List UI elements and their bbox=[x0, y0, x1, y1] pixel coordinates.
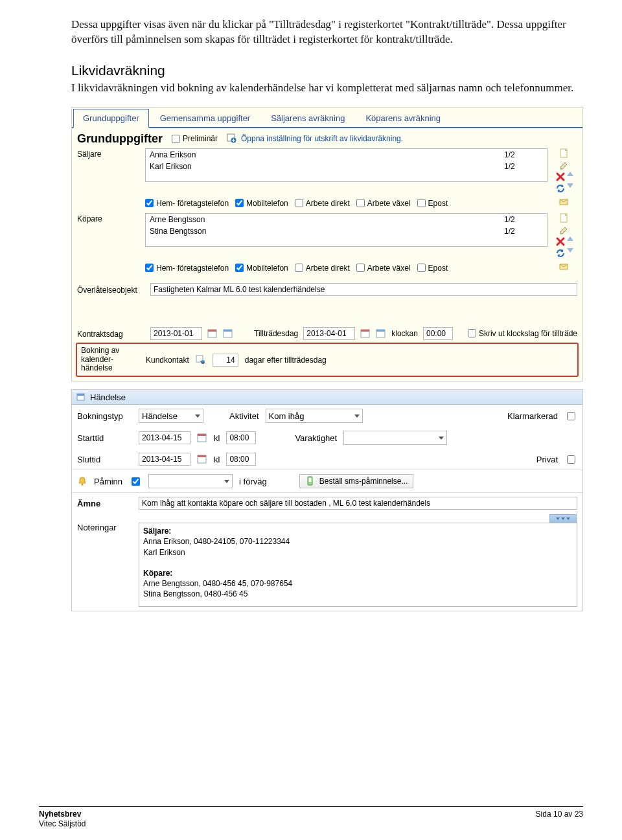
paminn-checkbox[interactable] bbox=[132, 477, 140, 486]
edit-icon[interactable] bbox=[559, 225, 570, 235]
svg-rect-7 bbox=[208, 330, 216, 332]
seller-label: Säljare bbox=[77, 148, 145, 159]
move-down-icon[interactable] bbox=[567, 248, 573, 253]
privat-label: Privat bbox=[536, 455, 558, 464]
phone-epost-checkbox[interactable]: Epost bbox=[417, 264, 448, 273]
sluttid-date-field[interactable] bbox=[139, 453, 190, 466]
delete-icon[interactable] bbox=[555, 236, 566, 247]
starttid-time-field[interactable] bbox=[226, 431, 256, 444]
refresh-icon[interactable] bbox=[555, 248, 566, 258]
noteringar-textarea[interactable]: Säljare: Anna Erikson, 0480-24105, 070-1… bbox=[139, 523, 577, 607]
i-forvag-label: i förväg bbox=[239, 477, 267, 486]
delete-icon[interactable] bbox=[555, 172, 566, 182]
move-up-icon[interactable] bbox=[567, 236, 573, 241]
dagar-field[interactable] bbox=[213, 354, 238, 367]
kontraktsdag-label: Kontraktsdag bbox=[77, 328, 145, 339]
likvidavrakning-panel: Grunduppgifter Gemensamma uppgifter Sälj… bbox=[71, 107, 583, 381]
sluttid-label: Sluttid bbox=[77, 455, 132, 464]
svg-rect-17 bbox=[77, 394, 84, 396]
refresh-icon[interactable] bbox=[555, 183, 566, 194]
bokningstyp-select[interactable]: Händelse bbox=[139, 409, 203, 423]
footer-subtitle: Vitec Säljstöd bbox=[39, 819, 86, 828]
svg-rect-13 bbox=[376, 330, 385, 332]
paminn-time-select[interactable] bbox=[148, 474, 233, 488]
move-down-icon[interactable] bbox=[567, 183, 573, 188]
tab-koparens[interactable]: Köparens avräkning bbox=[356, 109, 450, 127]
klockan-label: klockan bbox=[391, 329, 418, 338]
bell-icon bbox=[77, 476, 87, 486]
phone-mobil-checkbox[interactable]: Mobiltelefon bbox=[235, 264, 288, 273]
amne-label: Ämne bbox=[77, 499, 132, 508]
highlighted-bokning-region: Bokning av kalender-händelse Kundkontakt… bbox=[76, 343, 579, 377]
calendar-icon[interactable] bbox=[360, 328, 371, 339]
phone-arbete-direkt-checkbox[interactable]: Arbete direkt bbox=[295, 264, 350, 273]
aktivitet-label: Aktivitet bbox=[229, 411, 259, 421]
seller-list[interactable]: Anna Erikson1/2 Karl Erikson1/2 bbox=[145, 148, 547, 182]
phone-epost-checkbox[interactable]: Epost bbox=[417, 199, 448, 208]
tilltradesdag-label: Tillträdesdag bbox=[254, 329, 298, 338]
starttid-date-field[interactable] bbox=[139, 431, 190, 444]
privat-checkbox[interactable] bbox=[567, 455, 575, 464]
svg-rect-21 bbox=[198, 455, 206, 457]
new-icon[interactable] bbox=[559, 213, 570, 223]
preliminar-checkbox[interactable]: Preliminär bbox=[172, 134, 218, 143]
phone-arbete-vaxel-checkbox[interactable]: Arbete växel bbox=[356, 199, 411, 208]
today-icon[interactable] bbox=[223, 328, 233, 339]
svg-point-22 bbox=[82, 484, 84, 486]
settings-icon[interactable] bbox=[227, 133, 237, 144]
edit-icon[interactable] bbox=[559, 160, 570, 170]
phone-arbete-vaxel-checkbox[interactable]: Arbete växel bbox=[356, 264, 411, 273]
handelse-dialog: Händelse Bokningstyp Händelse Aktivitet … bbox=[71, 389, 583, 611]
today-icon[interactable] bbox=[376, 328, 386, 339]
kl-label: kl bbox=[214, 433, 220, 443]
sluttid-time-field[interactable] bbox=[226, 453, 256, 466]
phone-mobil-checkbox[interactable]: Mobiltelefon bbox=[235, 199, 288, 208]
expand-handle[interactable] bbox=[549, 514, 577, 523]
phone-arbete-direkt-checkbox[interactable]: Arbete direkt bbox=[295, 199, 350, 208]
bokning-label: Bokning av kalender-händelse bbox=[81, 346, 139, 373]
calendar-icon[interactable] bbox=[197, 454, 207, 464]
calendar-icon[interactable] bbox=[207, 328, 218, 339]
klockan-field[interactable] bbox=[423, 327, 453, 340]
klarmarkerad-checkbox[interactable] bbox=[567, 412, 575, 420]
kundkontakt-label: Kundkontakt bbox=[146, 356, 189, 365]
section-heading: Likvidavräkning bbox=[71, 63, 583, 78]
tab-grunduppgifter[interactable]: Grunduppgifter bbox=[73, 109, 149, 128]
footer-title: Nyhetsbrev bbox=[39, 810, 81, 819]
open-print-settings-link[interactable]: Öppna inställning för utskrift av likvid… bbox=[241, 134, 403, 143]
tab-gemensamma[interactable]: Gemensamma uppgifter bbox=[150, 109, 260, 127]
amne-field[interactable] bbox=[139, 497, 577, 510]
dagar-efter-label: dagar efter tillträdesdag bbox=[245, 356, 327, 365]
phone-hem-checkbox[interactable]: Hem- företagstelefon bbox=[145, 264, 229, 273]
aktivitet-select[interactable]: Kom ihåg bbox=[266, 409, 363, 423]
sms-reminder-button[interactable]: Beställ sms-påminnelse... bbox=[299, 474, 414, 488]
tab-saljarens[interactable]: Säljarens avräkning bbox=[261, 109, 354, 127]
list-item[interactable]: Stina Bengtsson1/2 bbox=[146, 225, 547, 237]
panel-title: Grunduppgifter bbox=[77, 132, 163, 146]
page-number: Sida 10 av 23 bbox=[536, 810, 583, 828]
new-icon[interactable] bbox=[559, 148, 570, 159]
paminn-label: Påminn bbox=[94, 477, 122, 486]
phone-hem-checkbox[interactable]: Hem- företagstelefon bbox=[145, 199, 229, 208]
move-up-icon[interactable] bbox=[567, 172, 573, 176]
list-item[interactable]: Karl Erikson1/2 bbox=[146, 161, 547, 172]
overlatelseobjekt-field[interactable] bbox=[150, 283, 577, 296]
overlatelseobjekt-label: Överlåtelseobjekt bbox=[77, 284, 145, 295]
list-item[interactable]: Anna Erikson1/2 bbox=[146, 149, 547, 161]
calendar-icon[interactable] bbox=[197, 433, 207, 443]
send-icon[interactable] bbox=[559, 261, 570, 271]
svg-rect-9 bbox=[224, 330, 232, 332]
page-footer: Nyhetsbrev Vitec Säljstöd Sida 10 av 23 bbox=[39, 806, 583, 828]
list-item[interactable]: Arne Bengtsson1/2 bbox=[146, 214, 547, 225]
skriv-ut-klockslag-checkbox[interactable]: Skriv ut klockslag för tillträde bbox=[468, 329, 577, 338]
svg-rect-19 bbox=[198, 434, 206, 436]
kontraktsdag-field[interactable] bbox=[150, 327, 202, 340]
phone-icon bbox=[305, 476, 316, 486]
varaktighet-select[interactable] bbox=[343, 431, 447, 445]
buyer-label: Köpare bbox=[77, 213, 145, 223]
tab-bar: Grunduppgifter Gemensamma uppgifter Sälj… bbox=[72, 108, 582, 128]
send-icon[interactable] bbox=[559, 196, 570, 207]
tilltradesdag-field[interactable] bbox=[303, 327, 355, 340]
varaktighet-label: Varaktighet bbox=[295, 433, 337, 443]
buyer-list[interactable]: Arne Bengtsson1/2 Stina Bengtsson1/2 bbox=[145, 213, 547, 247]
